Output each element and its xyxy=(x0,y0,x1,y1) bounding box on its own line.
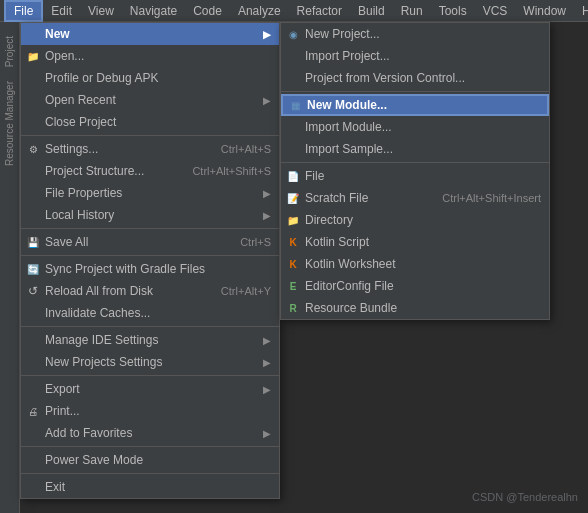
menu-item-add-favorites[interactable]: Add to Favorites ▶ xyxy=(21,422,279,444)
submenu-item-file[interactable]: File xyxy=(281,165,549,187)
menu-item-local-history[interactable]: Local History ▶ xyxy=(21,204,279,226)
open-recent-icon xyxy=(25,92,41,108)
local-history-arrow: ▶ xyxy=(263,210,271,221)
menu-item-settings[interactable]: Settings... Ctrl+Alt+S xyxy=(21,138,279,160)
menu-item-profile[interactable]: Profile or Debug APK xyxy=(21,67,279,89)
file-menu-dropdown: New ▶ Open... Profile or Debug APK Open … xyxy=(20,22,280,499)
separator-3 xyxy=(21,255,279,256)
menubar-item-analyze[interactable]: Analyze xyxy=(230,2,289,20)
menubar-item-file[interactable]: File xyxy=(4,0,43,22)
menubar: File Edit View Navigate Code Analyze Ref… xyxy=(0,0,588,22)
export-arrow: ▶ xyxy=(263,384,271,395)
submenu-separator-1 xyxy=(281,91,549,92)
exit-icon xyxy=(25,479,41,495)
submenu-item-import-module[interactable]: Import Module... xyxy=(281,116,549,138)
scratch-file-shortcut: Ctrl+Alt+Shift+Insert xyxy=(442,192,541,204)
close-project-icon xyxy=(25,114,41,130)
menubar-item-tools[interactable]: Tools xyxy=(431,2,475,20)
menu-item-new-projects-settings[interactable]: New Projects Settings ▶ xyxy=(21,351,279,373)
scratch-file-icon xyxy=(285,190,301,206)
profile-icon xyxy=(25,70,41,86)
submenu-item-project-vcs[interactable]: Project from Version Control... xyxy=(281,67,549,89)
sidebar-label-project[interactable]: Project xyxy=(4,36,15,67)
menu-item-sync-gradle[interactable]: Sync Project with Gradle Files xyxy=(21,258,279,280)
submenu-item-directory[interactable]: Directory xyxy=(281,209,549,231)
menubar-item-edit[interactable]: Edit xyxy=(43,2,80,20)
import-sample-icon xyxy=(285,141,301,157)
menu-item-power-save[interactable]: Power Save Mode xyxy=(21,449,279,471)
new-projects-settings-arrow: ▶ xyxy=(263,357,271,368)
reload-disk-icon xyxy=(25,283,41,299)
menu-item-open-recent[interactable]: Open Recent ▶ xyxy=(21,89,279,111)
menu-item-save-all[interactable]: Save All Ctrl+S xyxy=(21,231,279,253)
separator-5 xyxy=(21,375,279,376)
menu-item-print[interactable]: Print... xyxy=(21,400,279,422)
sidebar-label-resource[interactable]: Resource Manager xyxy=(4,81,15,166)
project-structure-shortcut: Ctrl+Alt+Shift+S xyxy=(192,165,271,177)
separator-4 xyxy=(21,326,279,327)
submenu-item-kotlin-script[interactable]: Kotlin Script xyxy=(281,231,549,253)
menu-item-export[interactable]: Export ▶ xyxy=(21,378,279,400)
menubar-item-code[interactable]: Code xyxy=(185,2,230,20)
reload-disk-shortcut: Ctrl+Alt+Y xyxy=(221,285,271,297)
settings-icon xyxy=(25,141,41,157)
kotlin-script-icon xyxy=(285,234,301,250)
submenu-item-scratch-file[interactable]: Scratch File Ctrl+Alt+Shift+Insert xyxy=(281,187,549,209)
menubar-item-vcs[interactable]: VCS xyxy=(475,2,516,20)
submenu-item-resource-bundle[interactable]: Resource Bundle xyxy=(281,297,549,319)
local-history-icon xyxy=(25,207,41,223)
menubar-item-view[interactable]: View xyxy=(80,2,122,20)
open-recent-arrow: ▶ xyxy=(263,95,271,106)
dropdown-container: New ▶ Open... Profile or Debug APK Open … xyxy=(20,22,280,499)
submenu-item-editor-config[interactable]: EditorConfig File xyxy=(281,275,549,297)
menubar-item-refactor[interactable]: Refactor xyxy=(289,2,350,20)
project-vcs-icon xyxy=(285,70,301,86)
new-module-icon xyxy=(287,97,303,113)
submenu-item-kotlin-worksheet[interactable]: Kotlin Worksheet xyxy=(281,253,549,275)
open-icon xyxy=(25,48,41,64)
menu-item-invalidate-caches[interactable]: Invalidate Caches... xyxy=(21,302,279,324)
new-submenu-dropdown: New Project... Import Project... Project… xyxy=(280,22,550,320)
power-save-icon xyxy=(25,452,41,468)
menu-item-manage-ide[interactable]: Manage IDE Settings ▶ xyxy=(21,329,279,351)
print-icon xyxy=(25,403,41,419)
menu-item-file-properties[interactable]: File Properties ▶ xyxy=(21,182,279,204)
new-icon xyxy=(25,26,41,42)
menu-item-new[interactable]: New ▶ xyxy=(21,23,279,45)
import-project-icon xyxy=(285,48,301,64)
add-favorites-arrow: ▶ xyxy=(263,428,271,439)
sync-gradle-icon xyxy=(25,261,41,277)
submenu-item-new-project[interactable]: New Project... xyxy=(281,23,549,45)
menubar-item-window[interactable]: Window xyxy=(515,2,574,20)
project-structure-icon xyxy=(25,163,41,179)
new-project-icon xyxy=(285,26,301,42)
submenu-item-import-sample[interactable]: Import Sample... xyxy=(281,138,549,160)
menu-item-project-structure[interactable]: Project Structure... Ctrl+Alt+Shift+S xyxy=(21,160,279,182)
menu-item-open[interactable]: Open... xyxy=(21,45,279,67)
editor-config-icon xyxy=(285,278,301,294)
menubar-item-run[interactable]: Run xyxy=(393,2,431,20)
save-all-icon xyxy=(25,234,41,250)
watermark: CSDN @Tenderealhn xyxy=(472,491,578,503)
menubar-item-navigate[interactable]: Navigate xyxy=(122,2,185,20)
menu-item-exit[interactable]: Exit xyxy=(21,476,279,498)
kotlin-worksheet-icon xyxy=(285,256,301,272)
separator-7 xyxy=(21,473,279,474)
invalidate-caches-icon xyxy=(25,305,41,321)
import-module-icon xyxy=(285,119,301,135)
directory-icon xyxy=(285,212,301,228)
submenu-item-import-project[interactable]: Import Project... xyxy=(281,45,549,67)
left-sidebar: Project Resource Manager xyxy=(0,22,20,513)
menubar-item-build[interactable]: Build xyxy=(350,2,393,20)
file-properties-arrow: ▶ xyxy=(263,188,271,199)
file-icon xyxy=(285,168,301,184)
separator-1 xyxy=(21,135,279,136)
menubar-item-h[interactable]: H xyxy=(574,2,588,20)
submenu-item-new-module[interactable]: New Module... xyxy=(281,94,549,116)
separator-6 xyxy=(21,446,279,447)
new-arrow: ▶ xyxy=(263,29,271,40)
menu-item-reload-disk[interactable]: Reload All from Disk Ctrl+Alt+Y xyxy=(21,280,279,302)
menu-item-close-project[interactable]: Close Project xyxy=(21,111,279,133)
settings-shortcut: Ctrl+Alt+S xyxy=(221,143,271,155)
submenu-separator-2 xyxy=(281,162,549,163)
